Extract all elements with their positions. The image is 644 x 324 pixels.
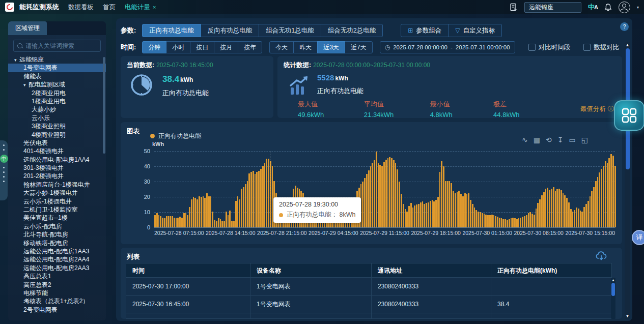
bar[interactable] — [403, 204, 404, 228]
tree-item[interactable]: 远能公用电-配电房1AA3 — [8, 247, 106, 255]
bar[interactable] — [179, 217, 181, 227]
tree-item[interactable]: 北斗导航-配电房 — [8, 230, 106, 239]
bar[interactable] — [536, 209, 537, 228]
bar[interactable] — [516, 219, 518, 228]
bar[interactable] — [453, 191, 454, 227]
bar[interactable] — [478, 212, 479, 228]
bar[interactable] — [509, 219, 510, 228]
bar[interactable] — [218, 218, 219, 227]
bar[interactable] — [378, 163, 379, 227]
custom-indicator-button[interactable]: ▽自定义指标 — [448, 24, 502, 37]
tree-item[interactable]: 高压总表1 — [8, 272, 106, 280]
bar[interactable] — [204, 198, 206, 228]
bar[interactable] — [485, 215, 487, 228]
bar[interactable] — [605, 161, 606, 228]
bar[interactable] — [241, 189, 242, 228]
bar[interactable] — [462, 196, 464, 228]
granularity-button[interactable]: 分钟 — [142, 41, 166, 53]
bar[interactable] — [216, 221, 217, 228]
bar[interactable] — [158, 215, 160, 227]
bar[interactable] — [266, 159, 267, 227]
bar[interactable] — [391, 158, 393, 228]
bar[interactable] — [228, 215, 229, 227]
tree-item[interactable]: 4楼商业照明 — [8, 131, 106, 139]
bar[interactable] — [245, 184, 246, 228]
bar[interactable] — [580, 211, 581, 227]
bar[interactable] — [472, 204, 473, 228]
bar[interactable] — [189, 207, 190, 228]
bar[interactable] — [206, 193, 208, 228]
bar[interactable] — [233, 221, 235, 228]
table-row[interactable]: 2025-07-30 16:45:001号变电网表23080240033338.… — [126, 296, 611, 313]
bar[interactable] — [520, 218, 521, 228]
compare-checkbox[interactable]: 对比时间段 — [528, 43, 571, 52]
bar[interactable] — [570, 209, 572, 227]
bar[interactable] — [172, 216, 173, 228]
bar[interactable] — [502, 219, 504, 228]
bar[interactable] — [601, 169, 602, 228]
nav-dashboard[interactable]: 数据看板 — [68, 3, 94, 12]
tree-item[interactable]: 2号变电网表 — [8, 306, 106, 314]
zoom-reset-icon[interactable]: ◱ — [581, 136, 588, 144]
bar[interactable] — [381, 166, 383, 228]
bar[interactable] — [243, 187, 244, 228]
tree-item[interactable]: ▾配电监测区域 — [8, 80, 106, 89]
bar[interactable] — [435, 200, 437, 227]
bar[interactable] — [608, 158, 610, 228]
bar[interactable] — [433, 201, 435, 227]
bar[interactable] — [555, 191, 556, 227]
granularity-button[interactable]: 小时 — [166, 41, 190, 53]
bar[interactable] — [250, 172, 252, 228]
bar[interactable] — [460, 194, 462, 227]
bar[interactable] — [393, 160, 395, 227]
bar[interactable] — [368, 170, 370, 228]
bar[interactable] — [395, 163, 397, 228]
tree-item[interactable]: 201-2楼强电井 — [8, 172, 106, 180]
bar[interactable] — [581, 212, 583, 228]
bar[interactable] — [591, 191, 593, 227]
bar[interactable] — [574, 210, 575, 228]
bar[interactable] — [208, 196, 210, 228]
bar[interactable] — [412, 208, 414, 227]
bar[interactable] — [194, 198, 196, 228]
bar[interactable] — [587, 201, 589, 228]
bar[interactable] — [514, 218, 516, 227]
granularity-button[interactable]: 按月 — [214, 41, 238, 53]
bar[interactable] — [199, 196, 200, 228]
bar[interactable] — [167, 216, 169, 228]
bar[interactable] — [585, 204, 587, 228]
bar[interactable] — [201, 197, 202, 227]
tree-item[interactable]: 远能公用电-配电房2AA4 — [8, 255, 106, 263]
tree-item[interactable]: 储能表 — [8, 72, 106, 80]
bar[interactable] — [524, 216, 525, 228]
bar[interactable] — [383, 162, 385, 227]
quick-range-button[interactable]: 近3天 — [317, 41, 345, 53]
bar[interactable] — [534, 215, 535, 228]
bar[interactable] — [162, 218, 163, 228]
bar[interactable] — [497, 217, 498, 227]
bar[interactable] — [170, 216, 171, 228]
parameter-button[interactable]: 正向有功总电能 — [142, 24, 201, 37]
data-zoom-icon[interactable]: ▭ — [569, 136, 575, 144]
tree-item[interactable]: 2楼商业用电 — [8, 89, 106, 97]
bar[interactable] — [255, 174, 256, 227]
bar[interactable] — [480, 212, 481, 227]
notification-bell-icon[interactable] — [604, 3, 612, 11]
tree-item[interactable]: 301-3楼强电井 — [8, 164, 106, 172]
tree-item[interactable]: 二机门卫-1楼监控室 — [8, 205, 106, 214]
bar[interactable] — [366, 174, 368, 227]
bar[interactable] — [528, 213, 529, 228]
bar[interactable] — [397, 169, 398, 227]
bar[interactable] — [214, 220, 215, 227]
bar[interactable] — [223, 221, 225, 228]
bar[interactable] — [187, 215, 188, 227]
checkbox-icon[interactable] — [528, 44, 536, 51]
compare-checkbox[interactable]: 数据对比 — [583, 43, 619, 52]
scroll-up-icon[interactable]: ▲ — [625, 43, 630, 47]
tree-item[interactable]: 云小乐 — [8, 114, 106, 122]
report-icon[interactable] — [510, 3, 518, 11]
bar[interactable] — [475, 210, 477, 228]
nav-home[interactable]: 首页 — [103, 3, 116, 12]
parameter-button[interactable]: 反向有功总电能 — [201, 24, 260, 37]
help-button[interactable]: ? — [620, 22, 629, 31]
